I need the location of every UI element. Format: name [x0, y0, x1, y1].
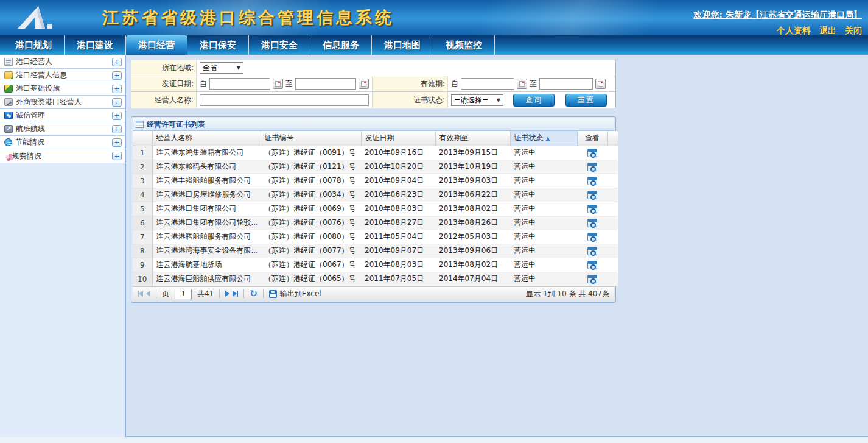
view-detail-icon[interactable] [587, 261, 597, 269]
nav-tab[interactable]: 港口规划 [3, 35, 65, 55]
panel-header: 经营许可证书列表 [133, 118, 614, 131]
sidebar-item-label: 规费情况 [12, 151, 112, 161]
table-row[interactable]: 8连云港港湾海事安全设备有限...（苏连）港经证（0077）号2010年09月0… [133, 244, 618, 258]
column-header[interactable]: 发证日期 [361, 131, 435, 146]
sidebar-item[interactable]: 航班航线+ [0, 122, 125, 136]
view-detail-icon[interactable] [587, 247, 597, 255]
table-row[interactable]: 3连云港丰裕船舶服务有限公司（苏连）港经证（0078）号2010年09月04日2… [133, 174, 618, 188]
expand-plus-button[interactable]: + [112, 58, 122, 66]
expand-plus-button[interactable]: + [112, 71, 122, 80]
nav-tab[interactable]: 港口建设 [65, 35, 126, 55]
certificate-number-cell: （苏连）港经证（0078）号 [261, 174, 361, 188]
table-header-row: 经营人名称证书编号发证日期有效期至证书状态▲查看 [133, 131, 618, 146]
view-detail-icon[interactable] [587, 275, 597, 283]
view-detail-icon[interactable] [587, 191, 597, 199]
view-detail-icon[interactable] [587, 219, 597, 227]
certificate-number-cell: （苏连）港经证（0091）号 [261, 146, 361, 160]
issue-date-from-calendar-icon[interactable] [273, 79, 283, 89]
expand-plus-button[interactable]: + [112, 85, 122, 93]
sort-ascending-icon: ▲ [546, 135, 550, 141]
nav-tab[interactable]: 港口地图 [372, 35, 433, 55]
valid-until-cell: 2013年09月06日 [435, 244, 510, 258]
sidebar-item-label: 节能情况 [15, 137, 112, 147]
table-row[interactable]: 2连云港东粮码头有限公司（苏连）港经证（0121）号2010年10月20日201… [133, 160, 618, 174]
export-excel-icon[interactable] [269, 290, 277, 298]
cert-status-select[interactable]: =请选择= ▼ [451, 94, 503, 106]
nav-tab[interactable]: 港口安全 [249, 35, 310, 55]
view-detail-icon[interactable] [587, 233, 597, 241]
header-link[interactable]: 关闭 [845, 26, 862, 35]
first-page-button[interactable] [138, 291, 143, 297]
divider [263, 289, 264, 298]
search-row-dates: 发证日期: 自 至 有效期: 自 至 [131, 76, 615, 92]
nav-tab-active[interactable]: 港口经营 [126, 35, 187, 55]
export-excel-label[interactable]: 输出到Excel [280, 289, 321, 299]
page-number-input[interactable] [175, 289, 192, 299]
table-row[interactable]: 5连云港港口集团有限公司（苏连）港经证（0069）号2010年08月03日201… [133, 202, 618, 216]
validity-from-input[interactable] [461, 78, 514, 90]
expand-plus-button[interactable]: + [112, 112, 122, 120]
region-label: 所在地域: [131, 60, 197, 76]
operator-name-input[interactable] [200, 94, 369, 106]
header-link[interactable]: 退出 [819, 26, 836, 35]
folder-info-icon [4, 71, 13, 79]
view-detail-icon[interactable] [587, 163, 597, 171]
gutter-cell [607, 146, 618, 160]
expand-plus-button[interactable]: + [112, 152, 122, 160]
table-row[interactable]: 7连云港港腾船舶服务有限公司（苏连）港经证（0080）号2011年05月04日2… [133, 230, 618, 244]
sidebar-item[interactable]: 诚信管理+ [0, 109, 125, 122]
nav-tab[interactable]: 信息服务 [310, 35, 372, 55]
column-header[interactable]: 经营人名称 [152, 131, 261, 146]
nav-tab[interactable]: 港口保安 [187, 35, 249, 55]
table-row[interactable]: 4连云港港口房屋维修服务公司（苏连）港经证（0034）号2010年06月23日2… [133, 188, 618, 202]
column-header[interactable]: 有效期至 [435, 131, 510, 146]
issue-date-cell: 2010年06月23日 [361, 188, 435, 202]
view-detail-icon[interactable] [587, 177, 597, 185]
sidebar-item[interactable]: 港口基础设施+ [0, 82, 125, 96]
expand-plus-button[interactable]: + [112, 138, 122, 147]
table-row[interactable]: 10连云港海巨船舶供应有限公司（苏连）港经证（0065）号2011年07月05日… [133, 272, 618, 286]
gutter-cell [607, 272, 618, 286]
column-header[interactable]: 证书编号 [261, 131, 361, 146]
row-number-cell: 8 [133, 244, 152, 258]
gutter-cell [607, 202, 618, 216]
nav-tab[interactable]: 视频监控 [433, 35, 495, 55]
prev-page-button[interactable] [146, 291, 150, 297]
expand-plus-button[interactable]: + [112, 125, 122, 133]
table-row[interactable]: 6连云港港口集团有限公司轮驳...（苏连）港经证（0076）号2010年08月2… [133, 216, 618, 230]
header-link[interactable]: 个人资料 [777, 26, 811, 35]
sidebar-item[interactable]: 港口经营人信息+ [0, 69, 125, 82]
view-detail-icon[interactable] [587, 205, 597, 213]
valid-until-cell: 2013年10月19日 [435, 160, 510, 174]
sidebar-item[interactable]: 规费情况+ [0, 149, 125, 163]
issue-date-to-input[interactable] [295, 78, 356, 90]
valid-until-cell: 2013年08月02日 [435, 202, 510, 216]
certificate-status-cell: 营运中 [510, 244, 577, 258]
from-label: 自 [451, 79, 458, 89]
validity-from-calendar-icon[interactable] [517, 79, 527, 89]
gutter-cell [607, 216, 618, 230]
sidebar-item[interactable]: 外商投资港口经营人+ [0, 96, 125, 109]
issue-date-to-calendar-icon[interactable] [359, 79, 369, 89]
refresh-icon[interactable]: ↻ [250, 289, 257, 298]
sidebar-item[interactable]: 港口经营人+ [0, 55, 125, 69]
table-row[interactable]: 9连云港海航基地货场（苏连）港经证（0067）号2010年08月03日2013年… [133, 258, 618, 272]
validity-to-input[interactable] [539, 78, 593, 90]
expand-plus-button[interactable]: + [112, 98, 122, 107]
region-select[interactable]: 全省 ▼ [200, 62, 243, 74]
main-nav: 港口规划港口建设港口经营港口保安港口安全信息服务港口地图视频监控 [0, 35, 868, 55]
view-detail-icon[interactable] [587, 149, 597, 157]
to-label: 至 [530, 79, 537, 89]
column-header[interactable]: 查看 [577, 131, 607, 146]
table-row[interactable]: 1连云港东鸿集装箱有限公司（苏连）港经证（0091）号2010年09月16日20… [133, 146, 618, 160]
column-header[interactable]: 证书状态▲ [510, 131, 577, 146]
issue-date-cell: 2010年09月16日 [361, 146, 435, 160]
issue-date-cell: 2010年08月27日 [361, 216, 435, 230]
reset-button[interactable]: 重置 [565, 94, 607, 107]
last-page-button[interactable] [233, 291, 238, 297]
validity-to-calendar-icon[interactable] [595, 79, 606, 89]
issue-date-from-input[interactable] [209, 78, 270, 90]
sidebar-item[interactable]: 节能情况+ [0, 136, 125, 149]
next-page-button[interactable] [225, 291, 229, 297]
query-button[interactable]: 查询 [513, 94, 555, 107]
